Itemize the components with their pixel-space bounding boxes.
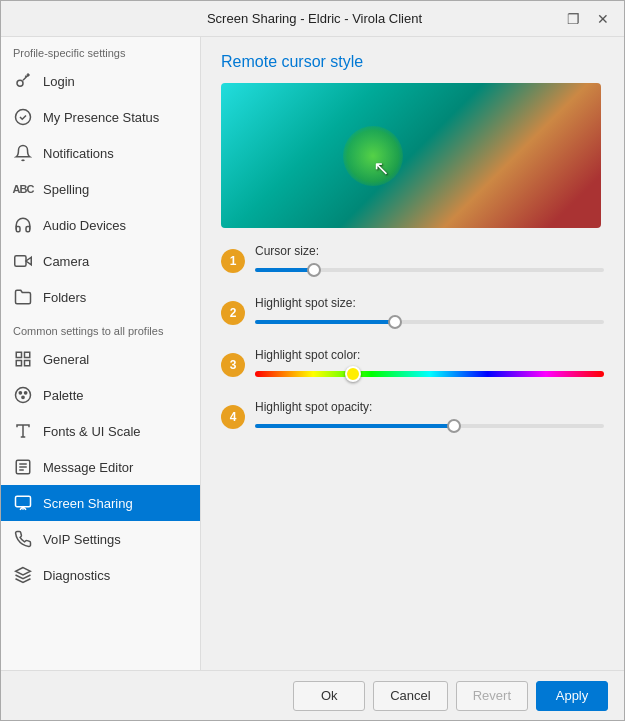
highlight-size-row: 2 Highlight spot size: [221,296,604,330]
sidebar-item-audio[interactable]: Audio Devices [1,207,200,243]
apply-button[interactable]: Apply [536,681,608,711]
svg-rect-5 [16,361,21,366]
svg-point-7 [16,388,31,403]
highlight-color-thumb[interactable] [345,366,361,382]
slider-2-number: 2 [221,301,245,325]
highlight-color-slider-group: Highlight spot color: [255,348,604,382]
highlight-opacity-slider-group: Highlight spot opacity: [255,400,604,434]
section-title: Remote cursor style [221,53,604,71]
sidebar-item-diagnostics-label: Diagnostics [43,568,110,583]
svg-rect-6 [25,361,30,366]
sidebar-item-spelling-label: Spelling [43,182,89,197]
highlight-opacity-track[interactable] [255,418,604,434]
highlight-size-track[interactable] [255,314,604,330]
sidebar-item-folders-label: Folders [43,290,86,305]
general-icon [13,349,33,369]
highlight-size-thumb[interactable] [388,315,402,329]
sidebar-item-screen-sharing[interactable]: Screen Sharing [1,485,200,521]
window-controls: ❐ ✕ [560,6,616,32]
cursor-size-row: 1 Cursor size: [221,244,604,278]
titlebar: Screen Sharing - Eldric - Virola Client … [1,1,624,37]
key-icon [13,71,33,91]
svg-point-8 [19,392,21,394]
highlight-color-label: Highlight spot color: [255,348,604,362]
sidebar: Profile-specific settings Login My Prese… [1,37,201,670]
app-window: Screen Sharing - Eldric - Virola Client … [0,0,625,721]
cursor-size-label: Cursor size: [255,244,604,258]
main-content: Remote cursor style ↖ 1 Cursor size: [201,37,624,670]
highlight-color-row: 3 Highlight spot color: [221,348,604,382]
sidebar-item-palette-label: Palette [43,388,83,403]
sidebar-item-login-label: Login [43,74,75,89]
sidebar-item-camera-label: Camera [43,254,89,269]
editor-icon [13,457,33,477]
camera-icon [13,251,33,271]
spelling-icon: ABC [13,179,33,199]
svg-point-9 [25,392,27,394]
sidebar-item-notifications-label: Notifications [43,146,114,161]
cursor-size-track[interactable] [255,262,604,278]
highlight-size-slider-group: Highlight spot size: [255,296,604,330]
sidebar-item-message-editor[interactable]: Message Editor [1,449,200,485]
footer: Ok Cancel Revert Apply [1,670,624,720]
svg-rect-3 [16,352,21,357]
ok-button[interactable]: Ok [293,681,365,711]
sidebar-item-message-editor-label: Message Editor [43,460,133,475]
slider-4-number: 4 [221,405,245,429]
sidebar-item-general-label: General [43,352,89,367]
svg-rect-17 [16,496,31,507]
sidebar-item-palette[interactable]: Palette [1,377,200,413]
revert-button[interactable]: Revert [456,681,528,711]
screen-icon [13,493,33,513]
sidebar-item-presence[interactable]: My Presence Status [1,99,200,135]
sidebar-item-spelling[interactable]: ABC Spelling [1,171,200,207]
diagnostics-icon [13,565,33,585]
svg-rect-4 [25,352,30,357]
check-circle-icon [13,107,33,127]
svg-rect-2 [15,256,26,267]
sidebar-item-fonts-label: Fonts & UI Scale [43,424,141,439]
highlight-color-track[interactable] [255,366,604,382]
sidebar-item-audio-label: Audio Devices [43,218,126,233]
slider-fill [255,424,454,428]
sidebar-item-fonts[interactable]: Fonts & UI Scale [1,413,200,449]
slider-fill [255,268,314,272]
fonts-icon [13,421,33,441]
slider-fill [255,320,395,324]
sidebar-item-presence-label: My Presence Status [43,110,159,125]
folder-icon [13,287,33,307]
sidebar-item-folders[interactable]: Folders [1,279,200,315]
highlight-opacity-row: 4 Highlight spot opacity: [221,400,604,434]
highlight-opacity-thumb[interactable] [447,419,461,433]
voip-icon [13,529,33,549]
highlight-size-label: Highlight spot size: [255,296,604,310]
common-section-label: Common settings to all profiles [1,315,200,341]
color-spectrum-bg [255,371,604,377]
bell-icon [13,143,33,163]
svg-point-0 [17,80,23,86]
cursor-size-thumb[interactable] [307,263,321,277]
maximize-button[interactable]: ❐ [560,6,586,32]
sidebar-item-voip-label: VoIP Settings [43,532,121,547]
svg-point-1 [16,110,31,125]
profile-section-label: Profile-specific settings [1,37,200,63]
close-button[interactable]: ✕ [590,6,616,32]
highlight-opacity-label: Highlight spot opacity: [255,400,604,414]
cursor-size-slider-group: Cursor size: [255,244,604,278]
sidebar-item-login[interactable]: Login [1,63,200,99]
sidebar-item-voip[interactable]: VoIP Settings [1,521,200,557]
window-title: Screen Sharing - Eldric - Virola Client [69,11,560,26]
sidebar-item-notifications[interactable]: Notifications [1,135,200,171]
sidebar-item-general[interactable]: General [1,341,200,377]
slider-3-number: 3 [221,353,245,377]
sidebar-item-camera[interactable]: Camera [1,243,200,279]
sidebar-item-diagnostics[interactable]: Diagnostics [1,557,200,593]
cursor-preview-area: ↖ [221,83,601,228]
slider-1-number: 1 [221,249,245,273]
palette-icon [13,385,33,405]
headset-icon [13,215,33,235]
svg-point-10 [22,396,24,398]
sidebar-item-screen-sharing-label: Screen Sharing [43,496,133,511]
content-area: Profile-specific settings Login My Prese… [1,37,624,670]
cancel-button[interactable]: Cancel [373,681,447,711]
